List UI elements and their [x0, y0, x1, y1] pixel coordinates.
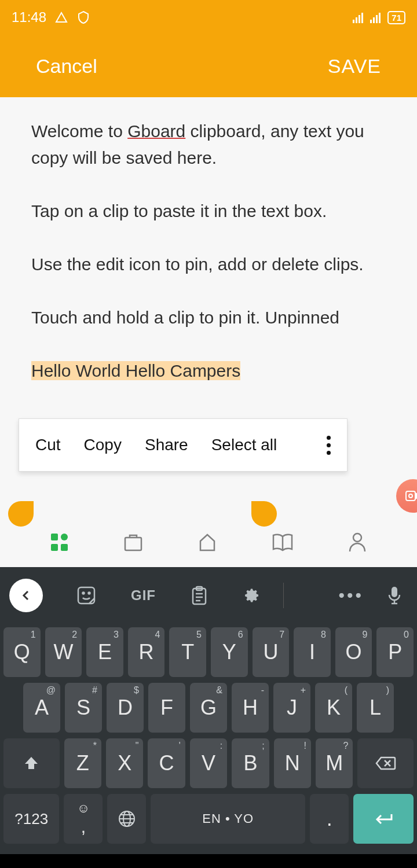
save-button[interactable]: SAVE [328, 55, 381, 78]
backspace-key[interactable] [357, 738, 414, 788]
key-y[interactable]: Y6 [211, 627, 248, 677]
key-o[interactable]: O9 [335, 627, 372, 677]
briefcase-icon[interactable] [123, 532, 144, 553]
key-e[interactable]: E3 [86, 627, 123, 677]
svg-point-19 [89, 593, 90, 594]
shield-icon [76, 10, 90, 24]
copy-option[interactable]: Copy [84, 432, 122, 458]
svg-point-16 [353, 534, 361, 542]
svg-rect-12 [51, 544, 58, 551]
grid-icon[interactable] [50, 532, 70, 552]
key-m[interactable]: M? [316, 738, 353, 788]
key-u[interactable]: U7 [253, 627, 290, 677]
svg-rect-1 [356, 17, 357, 23]
signal-icon [353, 12, 365, 23]
clipboard-text-1: Welcome to Gboard clipboard, any text yo… [31, 118, 386, 171]
key-f[interactable]: F [148, 683, 185, 733]
clipboard-text-2: Tap on a clip to paste it in the text bo… [31, 198, 386, 225]
select-all-option[interactable]: Select all [211, 432, 277, 458]
key-z[interactable]: Z* [64, 738, 101, 788]
keyboard: GIF ••• Q1W2E3R4T5Y6U7I8O9P0 A@S#D$FG&H-… [0, 567, 417, 854]
key-j[interactable]: J+ [273, 683, 310, 733]
bottom-toolbar [0, 517, 417, 567]
svg-rect-10 [51, 534, 58, 540]
svg-point-11 [61, 534, 68, 540]
clipboard-text-3: Use the edit icon to pin, add or delete … [31, 251, 386, 278]
mic-icon[interactable] [387, 586, 402, 605]
key-x[interactable]: X" [106, 738, 143, 788]
back-icon[interactable] [9, 579, 43, 612]
keyboard-row-3: Z*X"C'V:B;N!M? [3, 738, 414, 788]
globe-key[interactable] [107, 794, 146, 844]
text-context-menu: Cut Copy Share Select all [19, 418, 348, 472]
svg-rect-6 [376, 15, 378, 23]
svg-point-18 [83, 593, 85, 594]
app-header: Cancel SAVE [0, 35, 417, 97]
space-key[interactable]: EN • YO [151, 794, 305, 844]
clipboard-icon[interactable] [191, 586, 208, 605]
symbols-key[interactable]: ?123 [3, 794, 59, 844]
signal-icon-2 [370, 12, 383, 23]
keyboard-more-icon[interactable]: ••• [338, 586, 364, 605]
key-i[interactable]: I8 [294, 627, 331, 677]
key-v[interactable]: V: [190, 738, 227, 788]
key-d[interactable]: D$ [107, 683, 144, 733]
notification-icon [54, 10, 68, 24]
svg-rect-7 [379, 13, 381, 23]
svg-rect-3 [361, 13, 363, 23]
system-nav-bar [0, 854, 417, 868]
key-c[interactable]: C' [148, 738, 185, 788]
selection-handle-end[interactable] [251, 501, 277, 527]
svg-rect-8 [406, 491, 415, 501]
divider [283, 583, 284, 608]
svg-rect-2 [359, 15, 360, 23]
clipboard-text-4: Touch and hold a clip to pin it. Unpinne… [31, 304, 386, 331]
status-time: 11:48 [12, 9, 46, 25]
key-g[interactable]: G& [190, 683, 227, 733]
svg-point-9 [409, 494, 412, 498]
enter-key[interactable] [353, 794, 414, 844]
key-a[interactable]: A@ [23, 683, 60, 733]
cut-option[interactable]: Cut [35, 432, 61, 458]
svg-rect-5 [373, 17, 375, 23]
key-r[interactable]: R4 [128, 627, 165, 677]
person-icon[interactable] [348, 532, 367, 553]
key-w[interactable]: W2 [45, 627, 82, 677]
keyboard-row-2: A@S#D$FG&H-J+K(L) [3, 683, 414, 733]
key-k[interactable]: K( [315, 683, 352, 733]
battery-icon: 71 [387, 11, 405, 24]
selected-text[interactable]: Hello World Hello Campers [31, 358, 386, 384]
note-editor[interactable]: Welcome to Gboard clipboard, any text yo… [0, 97, 417, 517]
svg-rect-25 [392, 587, 397, 597]
key-q[interactable]: Q1 [3, 627, 41, 677]
selection-handle-start[interactable] [8, 501, 34, 527]
key-t[interactable]: T5 [169, 627, 206, 677]
home-icon[interactable] [197, 532, 218, 553]
svg-rect-14 [125, 538, 141, 550]
key-s[interactable]: S# [65, 683, 102, 733]
period-key[interactable]: . [310, 794, 349, 844]
keyboard-row-4: ?123 ☺, EN • YO . [3, 794, 414, 844]
svg-rect-0 [353, 20, 354, 23]
svg-rect-13 [61, 544, 68, 551]
keyboard-row-1: Q1W2E3R4T5Y6U7I8O9P0 [3, 627, 414, 677]
key-l[interactable]: L) [357, 683, 394, 733]
shift-key[interactable] [3, 738, 60, 788]
keyboard-toolbar: GIF ••• [0, 567, 417, 624]
gif-button[interactable]: GIF [131, 587, 156, 604]
key-b[interactable]: B; [232, 738, 269, 788]
more-options-icon[interactable] [327, 436, 331, 455]
key-p[interactable]: P0 [376, 627, 414, 677]
key-n[interactable]: N! [274, 738, 311, 788]
share-option[interactable]: Share [145, 432, 188, 458]
settings-icon[interactable] [243, 586, 261, 605]
svg-rect-4 [370, 20, 372, 23]
camera-fab[interactable] [396, 479, 417, 513]
book-icon[interactable] [271, 532, 294, 553]
sticker-icon[interactable] [76, 586, 96, 605]
status-bar: 11:48 71 [0, 0, 417, 35]
cancel-button[interactable]: Cancel [36, 55, 97, 78]
key-h[interactable]: H- [232, 683, 269, 733]
emoji-key[interactable]: ☺, [64, 794, 103, 844]
